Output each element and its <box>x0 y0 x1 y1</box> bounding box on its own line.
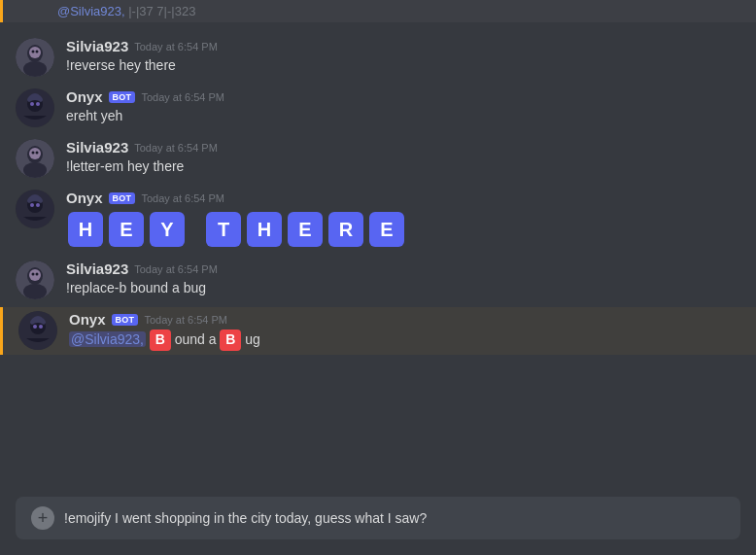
svg-point-13 <box>29 148 41 159</box>
message-text: !letter-em hey there <box>66 157 740 177</box>
message-text: ereht yeh <box>66 107 740 126</box>
avatar <box>16 190 54 228</box>
message-content: Onyx BOT Today at 6:54 PM ereht yeh <box>66 88 740 127</box>
svg-point-28 <box>33 325 37 329</box>
message-group-highlighted: Onyx BOT Today at 6:54 PM @Silvia923, B … <box>0 307 756 355</box>
letter-box-R: R <box>328 212 363 247</box>
svg-point-24 <box>32 273 35 276</box>
letter-box-H: H <box>68 212 103 247</box>
svg-point-5 <box>36 51 39 53</box>
avatar <box>16 88 54 127</box>
svg-point-8 <box>30 102 34 106</box>
message-group: Silvia923 Today at 6:54 PM !reverse hey … <box>0 34 756 81</box>
bot-badge: BOT <box>109 192 136 204</box>
message-header: Onyx BOT Today at 6:54 PM <box>66 190 740 206</box>
avatar <box>16 260 54 299</box>
svg-point-2 <box>23 61 47 77</box>
bot-badge: BOT <box>109 91 136 103</box>
message-header: Silvia923 Today at 6:54 PM <box>66 260 740 277</box>
svg-point-19 <box>36 203 40 207</box>
notification-bar: @Silvia923, |-|37 7|-|323 <box>0 0 756 22</box>
letter-boxes-row: H E Y T H E R E <box>66 210 740 249</box>
letter-box-T: T <box>206 212 241 247</box>
timestamp: Today at 6:54 PM <box>141 192 224 204</box>
svg-point-15 <box>36 152 39 155</box>
b-replace-2: B <box>220 330 241 351</box>
username: Silvia923 <box>66 260 128 277</box>
message-content: Silvia923 Today at 6:54 PM !replace-b bo… <box>66 260 740 299</box>
timestamp: Today at 6:54 PM <box>134 41 218 52</box>
mention-tag: @Silvia923, <box>69 331 146 347</box>
svg-point-3 <box>29 47 41 58</box>
message-text-replaced: @Silvia923, B ound a B ug <box>69 330 740 351</box>
message-group: Onyx BOT Today at 6:54 PM H E Y T H E R … <box>0 186 756 253</box>
add-button[interactable]: + <box>31 506 54 530</box>
input-area: + !emojify I went shopping in the city t… <box>0 489 756 555</box>
timestamp: Today at 6:54 PM <box>134 263 218 275</box>
svg-point-12 <box>23 162 47 178</box>
timestamp: Today at 6:54 PM <box>144 314 227 326</box>
timestamp: Today at 6:54 PM <box>134 142 218 154</box>
svg-point-25 <box>36 273 39 276</box>
message-header: Onyx BOT Today at 6:54 PM <box>69 311 740 328</box>
svg-point-14 <box>32 152 35 155</box>
letter-box-E: E <box>109 212 144 247</box>
suffix-text: ug <box>245 331 260 347</box>
b-replace-1: B <box>150 330 171 351</box>
svg-point-4 <box>32 51 35 53</box>
input-text[interactable]: !emojify I went shopping in the city tod… <box>64 510 725 526</box>
notification-text: |-|37 7|-|323 <box>128 4 195 18</box>
username: Onyx <box>66 88 103 105</box>
message-header: Silvia923 Today at 6:54 PM <box>66 139 740 156</box>
input-box[interactable]: + !emojify I went shopping in the city t… <box>16 497 740 539</box>
svg-point-29 <box>39 325 43 329</box>
svg-point-9 <box>36 102 40 106</box>
letter-box-Y: Y <box>150 212 185 247</box>
letter-box-H2: H <box>247 212 282 247</box>
replaced-text: ound a <box>175 331 217 347</box>
notification-mention: @Silvia923, <box>57 4 125 18</box>
timestamp: Today at 6:54 PM <box>141 91 224 103</box>
message-group: Silvia923 Today at 6:54 PM !letter-em he… <box>0 135 756 182</box>
message-content: Silvia923 Today at 6:54 PM !letter-em he… <box>66 139 740 178</box>
message-header: Onyx BOT Today at 6:54 PM <box>66 88 740 105</box>
username: Onyx <box>69 311 106 328</box>
avatar <box>18 311 57 350</box>
svg-point-23 <box>29 269 41 281</box>
svg-point-18 <box>30 203 34 207</box>
message-group: Onyx BOT Today at 6:54 PM ereht yeh <box>0 85 756 131</box>
svg-point-22 <box>23 284 47 299</box>
letter-box-E2: E <box>288 212 323 247</box>
letter-box-E3: E <box>369 212 404 247</box>
message-content: Onyx BOT Today at 6:54 PM @Silvia923, B … <box>69 311 740 351</box>
bot-badge: BOT <box>112 314 139 326</box>
chat-area: Silvia923 Today at 6:54 PM !reverse hey … <box>0 26 756 489</box>
message-text: !reverse hey there <box>66 56 740 76</box>
message-content: Onyx BOT Today at 6:54 PM H E Y T H E R … <box>66 190 740 249</box>
avatar <box>16 38 54 77</box>
message-group: Silvia923 Today at 6:54 PM !replace-b bo… <box>0 257 756 303</box>
username: Onyx <box>66 190 103 206</box>
message-header: Silvia923 Today at 6:54 PM <box>66 38 740 54</box>
message-content: Silvia923 Today at 6:54 PM !reverse hey … <box>66 38 740 77</box>
username: Silvia923 <box>66 139 128 156</box>
message-text: !replace-b bound a bug <box>66 279 740 298</box>
avatar <box>16 139 54 178</box>
username: Silvia923 <box>66 38 128 54</box>
